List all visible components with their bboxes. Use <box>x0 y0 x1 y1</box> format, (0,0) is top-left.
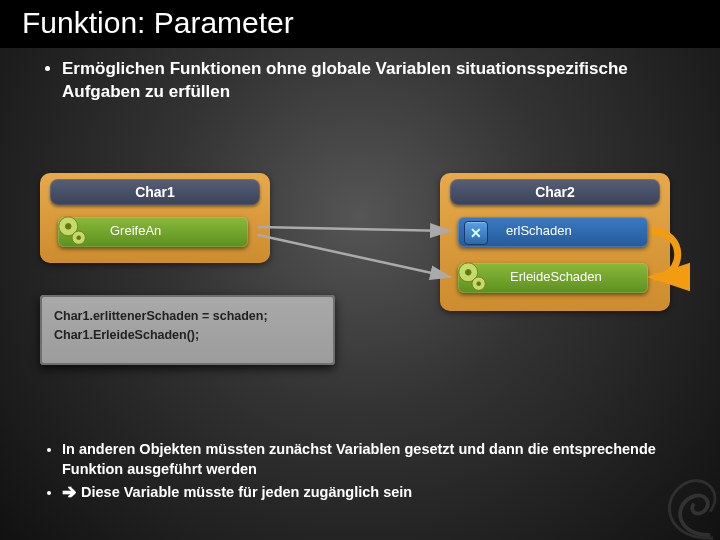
svg-line-8 <box>258 227 450 231</box>
bullet-item: Ermöglichen Funktionen ohne globale Vari… <box>62 58 680 104</box>
code-line: Char1.erlittenerSchaden = schaden; <box>54 307 321 326</box>
char2-function: ErleideSchaden <box>458 263 648 293</box>
code-line: Char1.ErleideSchaden(); <box>54 326 321 345</box>
char2-header: Char2 <box>450 179 660 205</box>
char1-panel: Char1 GreifeAn <box>40 173 270 263</box>
function-label: ErleideSchaden <box>510 269 640 284</box>
svg-point-1 <box>65 223 71 229</box>
function-label: GreifeAn <box>110 223 240 238</box>
variable-icon: ✕ <box>464 221 488 245</box>
decorative-swirl-icon <box>615 445 720 540</box>
bullet-item: In anderen Objekten müssten zunächst Var… <box>62 440 680 479</box>
char2-panel: Char2 ✕ erlSchaden ErleideSchaden <box>440 173 670 311</box>
slide-title: Funktion: Parameter <box>22 6 698 40</box>
diagram: Char1 GreifeAn Char2 ✕ erlSchaden <box>30 165 690 365</box>
title-bar: Funktion: Parameter <box>0 0 720 48</box>
gear-icon <box>454 259 492 297</box>
svg-point-3 <box>77 236 81 240</box>
char2-variable: ✕ erlSchaden <box>458 217 648 247</box>
code-box: Char1.erlittenerSchaden = schaden; Char1… <box>40 295 335 365</box>
slide: Funktion: Parameter Ermöglichen Funktion… <box>0 0 720 540</box>
svg-line-9 <box>258 235 450 277</box>
svg-point-7 <box>477 282 481 286</box>
svg-point-5 <box>465 269 471 275</box>
bottom-bullets: In anderen Objekten müssten zunächst Var… <box>40 440 680 507</box>
gear-icon <box>54 213 92 251</box>
bullet-item: 🡪 Diese Variable müsste für jeden zugäng… <box>62 483 680 503</box>
variable-label: erlSchaden <box>506 223 640 238</box>
char1-function: GreifeAn <box>58 217 248 247</box>
top-bullets: Ermöglichen Funktionen ohne globale Vari… <box>40 58 680 104</box>
char1-header: Char1 <box>50 179 260 205</box>
